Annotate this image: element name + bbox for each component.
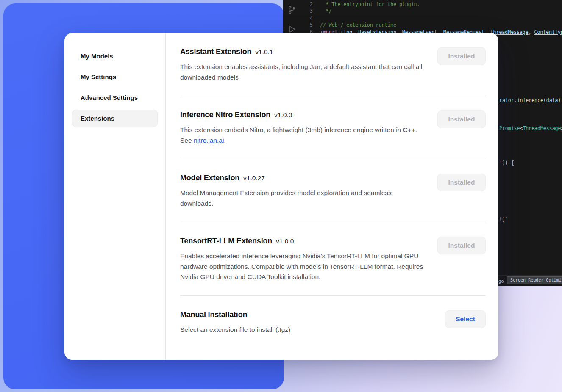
extension-row-assistant: Assistant Extension v1.0.1 This extensio… (180, 33, 486, 96)
status-text: go (498, 278, 504, 284)
extension-name: Assistant Extension (180, 47, 251, 57)
extensions-list: Assistant Extension v1.0.1 This extensio… (166, 33, 498, 360)
line-number: 2 (303, 1, 313, 8)
sidebar-item-advanced-settings[interactable]: Advanced Settings (72, 89, 158, 106)
extension-version: v1.0.0 (274, 111, 292, 119)
sidebar-item-extensions[interactable]: Extensions (72, 110, 158, 127)
line-number: 5 (303, 22, 313, 28)
select-file-button[interactable]: Select (445, 310, 486, 328)
code-line: 2 * The entrypoint for the plugin. (303, 1, 562, 8)
source-control-icon (287, 5, 297, 14)
extension-row-nitro: Inference Nitro Extension v1.0.0 This ex… (180, 96, 486, 159)
extension-name: Inference Nitro Extension (180, 110, 270, 120)
code-fragment: Promise<ThreadMessage> (499, 125, 562, 132)
nitro-jan-ai-link[interactable]: nitro.jan.ai (194, 137, 224, 144)
comment-text: // Web / extension runtime (320, 22, 396, 28)
settings-modal: My Models My Settings Advanced Settings … (64, 33, 498, 360)
code-fragment: rator.inference(data)); (499, 97, 562, 104)
extension-description: This extension embeds Nitro, a lightweig… (180, 125, 425, 146)
settings-sidebar: My Models My Settings Advanced Settings … (64, 33, 166, 360)
sidebar-item-my-settings[interactable]: My Settings (72, 68, 158, 86)
code-area: 2 * The entrypoint for the plugin. 3 */ … (303, 1, 562, 36)
code-fragment: ')) { (499, 160, 514, 166)
extension-name: TensortRT-LLM Extension (180, 236, 272, 246)
code-line: 4 (303, 15, 562, 22)
run-debug-icon (287, 25, 297, 34)
line-number: 4 (303, 15, 313, 22)
installed-button[interactable]: Installed (437, 110, 486, 128)
installed-button[interactable]: Installed (437, 237, 486, 254)
extension-row-tensorrt: TensortRT-LLM Extension v1.0.0 Enables a… (180, 222, 486, 296)
code-line: 5 // Web / extension runtime (303, 22, 562, 28)
extension-name: Manual Installation (180, 309, 247, 320)
extension-version: v1.0.0 (276, 237, 294, 245)
extension-version: v1.0.27 (243, 174, 265, 182)
extension-description: Select an extension file to install (.tg… (180, 325, 290, 335)
extension-name: Model Extension (180, 173, 239, 183)
extension-description: This extension enables assistants, inclu… (180, 62, 425, 83)
code-fragment: t}` (499, 216, 508, 223)
code-line: 3 */ (303, 8, 562, 14)
sidebar-item-my-models[interactable]: My Models (72, 47, 158, 65)
extension-version: v1.0.1 (255, 48, 273, 56)
extension-row-model: Model Extension v1.0.27 Model Management… (180, 159, 486, 222)
comment-text: */ (320, 8, 332, 14)
extension-description: Enables accelerated inference leveraging… (180, 251, 425, 282)
screen-reader-toast: Screen Reader Optimize (507, 276, 562, 284)
comment-text: * The entrypoint for the plugin. (320, 1, 420, 8)
installed-button[interactable]: Installed (437, 47, 486, 65)
extension-row-manual-install: Manual Installation Select an extension … (180, 296, 486, 348)
line-number: 3 (303, 8, 313, 14)
extension-description: Model Management Extension provides mode… (180, 188, 425, 209)
installed-button[interactable]: Installed (437, 174, 486, 191)
